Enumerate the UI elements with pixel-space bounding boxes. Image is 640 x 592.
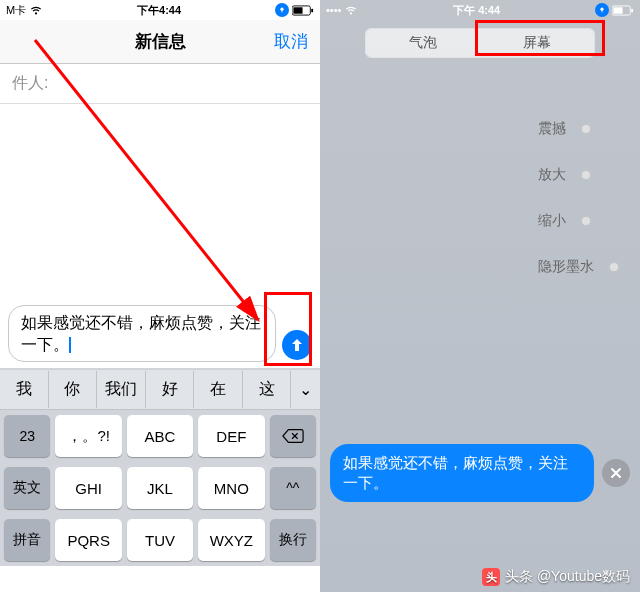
key-jkl[interactable]: JKL [127, 467, 193, 509]
watermark: 头 头条 @Youtube数码 [482, 568, 630, 586]
status-bar: •••• 下午 4:44 [320, 0, 640, 20]
backspace-icon [282, 425, 304, 447]
suggestion[interactable]: 好 [146, 371, 195, 408]
tab-screen[interactable]: 屏幕 [480, 29, 594, 57]
key-english[interactable]: 英文 [4, 467, 50, 509]
svg-rect-1 [282, 10, 283, 12]
suggestion[interactable]: 在 [194, 371, 243, 408]
text-cursor [69, 337, 71, 353]
key-pinyin[interactable]: 拼音 [4, 519, 50, 561]
clock: 下午4:44 [137, 3, 181, 18]
wifi-icon [29, 5, 43, 16]
svg-rect-7 [602, 10, 603, 12]
key-return[interactable]: 换行 [270, 519, 316, 561]
carrier-label: M卡 [6, 3, 26, 18]
suggestion[interactable]: 我们 [97, 371, 146, 408]
close-icon [610, 467, 622, 479]
key-123[interactable]: 23 [4, 415, 50, 457]
effect-radio-icon [580, 123, 592, 135]
effect-radio-icon [580, 215, 592, 227]
tab-bubble[interactable]: 气泡 [366, 29, 480, 57]
effect-radio-icon [580, 169, 592, 181]
clock: 下午 4:44 [453, 3, 500, 18]
dismiss-button[interactable] [602, 459, 630, 487]
recipient-field[interactable]: 件人: [0, 64, 320, 104]
left-screenshot: M卡 下午4:44 新信息 取消 件人: 如果感觉还不错，麻烦点赞，关注一下。 … [0, 0, 320, 592]
effect-radio-icon [608, 261, 620, 273]
effect-invisible-ink[interactable]: 隐形墨水 [538, 258, 620, 276]
chevron-down-icon[interactable]: ⌄ [291, 372, 320, 407]
key-tuv[interactable]: TUV [127, 519, 193, 561]
key-def[interactable]: DEF [198, 415, 264, 457]
recipient-label: 件人: [12, 73, 48, 94]
suggestion[interactable]: 这 [243, 371, 292, 408]
effect-loud[interactable]: 放大 [538, 166, 620, 184]
preview-row: 如果感觉还不错，麻烦点赞，关注一下。 [330, 444, 630, 503]
key-punct[interactable]: ，。?! [55, 415, 121, 457]
effect-tabs: 气泡 屏幕 [365, 28, 595, 58]
key-mno[interactable]: MNO [198, 467, 264, 509]
right-screenshot: •••• 下午 4:44 气泡 屏幕 震撼 放大 缩小 隐形墨水 如果感觉还不错… [320, 0, 640, 592]
key-pqrs[interactable]: PQRS [55, 519, 121, 561]
svg-rect-9 [613, 7, 622, 13]
key-caret[interactable]: ^^ [270, 467, 316, 509]
battery-icon [612, 5, 634, 16]
suggestion-bar: 我 你 我们 好 在 这 ⌄ [0, 370, 320, 410]
battery-icon [292, 5, 314, 16]
suggestion[interactable]: 你 [49, 371, 98, 408]
watermark-logo-icon: 头 [482, 568, 500, 586]
message-input[interactable]: 如果感觉还不错，麻烦点赞，关注一下。 [8, 305, 276, 362]
wifi-icon [344, 5, 358, 16]
message-bubble: 如果感觉还不错，麻烦点赞，关注一下。 [330, 444, 594, 503]
svg-rect-3 [293, 7, 302, 13]
key-wxyz[interactable]: WXYZ [198, 519, 264, 561]
watermark-text: 头条 @Youtube数码 [505, 568, 630, 586]
signal-icon: •••• [326, 4, 341, 16]
conversation-area [0, 104, 320, 299]
status-bar: M卡 下午4:44 [0, 0, 320, 20]
effect-gentle[interactable]: 缩小 [538, 212, 620, 230]
arrow-up-icon [289, 337, 305, 353]
key-abc[interactable]: ABC [127, 415, 193, 457]
svg-rect-10 [631, 8, 633, 12]
effect-slam[interactable]: 震撼 [538, 120, 620, 138]
key-ghi[interactable]: GHI [55, 467, 121, 509]
nav-bar: 新信息 取消 [0, 20, 320, 64]
keyboard: 我 你 我们 好 在 这 ⌄ 23 ，。?! ABC DEF 英文 GHI JK… [0, 368, 320, 566]
effect-list: 震撼 放大 缩小 隐形墨水 [538, 120, 620, 276]
nav-title: 新信息 [135, 30, 186, 53]
mic-indicator-icon [275, 3, 289, 17]
message-input-row: 如果感觉还不错，麻烦点赞，关注一下。 [0, 299, 320, 368]
cancel-button[interactable]: 取消 [274, 30, 308, 53]
mic-indicator-icon [595, 3, 609, 17]
svg-rect-4 [311, 8, 313, 12]
backspace-key[interactable] [270, 415, 316, 457]
send-button[interactable] [282, 330, 312, 360]
suggestion[interactable]: 我 [0, 371, 49, 408]
